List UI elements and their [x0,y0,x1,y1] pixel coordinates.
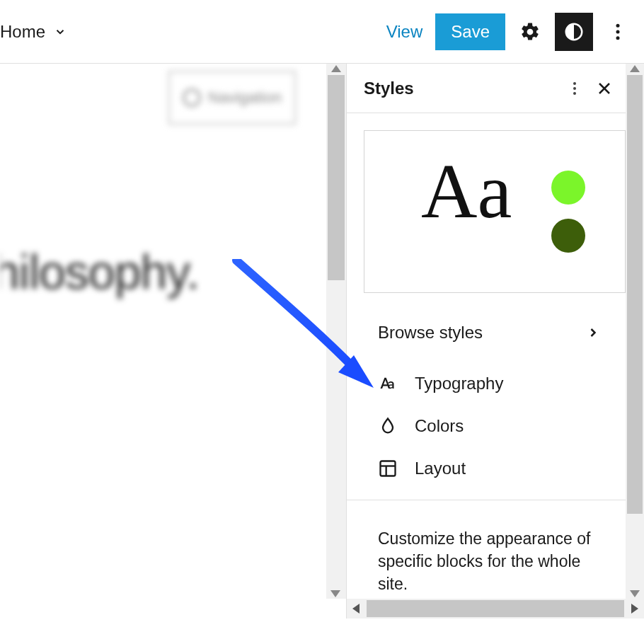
scroll-left-arrow[interactable] [347,599,365,619]
breadcrumb[interactable]: Home [0,22,67,42]
style-preview-card[interactable]: Aa [364,130,626,293]
top-toolbar: Home View Save [0,0,644,64]
canvas-scrollbar-vertical[interactable] [326,64,346,599]
layout-label: Layout [415,459,466,478]
close-icon[interactable] [596,80,613,97]
browse-styles-label: Browse styles [378,323,483,343]
svg-point-2 [616,36,620,40]
scroll-h-thumb[interactable] [367,600,624,617]
layout-icon [378,459,398,478]
panel-scrollbar-vertical[interactable] [626,64,644,599]
styles-more-icon[interactable] [566,80,583,97]
save-button[interactable]: Save [435,13,505,50]
editor-canvas[interactable]: Navigation hilosophy. [0,64,347,619]
browse-styles-row[interactable]: Browse styles [347,303,626,362]
styles-panel-title: Styles [364,79,414,98]
svg-point-4 [573,87,576,90]
scroll-right-arrow[interactable] [626,599,644,619]
panel-scrollbar-horizontal[interactable] [347,599,644,619]
contrast-icon [563,21,585,42]
typography-label: Typography [415,374,503,393]
svg-point-5 [573,92,576,95]
compass-icon [183,88,201,107]
typography-row[interactable]: Typography [347,362,626,405]
more-options-button[interactable] [599,13,637,51]
svg-point-1 [616,30,620,33]
svg-point-0 [616,23,620,27]
svg-point-3 [573,82,576,85]
gear-icon [519,21,541,42]
canvas-content: Navigation hilosophy. [0,64,326,599]
settings-button[interactable] [511,13,549,51]
view-link[interactable]: View [379,16,430,47]
styles-panel-wrap: Styles Aa Browse styles Typography [347,64,644,619]
colors-row[interactable]: Colors [347,405,626,447]
main-area: Navigation hilosophy. Styles Aa Browse s… [0,64,644,619]
styles-panel: Styles Aa Browse styles Typography [347,64,626,599]
toolbar-actions: View Save [379,13,637,51]
breadcrumb-home-label: Home [0,22,45,42]
style-preview-swatch-primary [551,171,585,205]
style-preview-swatch-secondary [551,219,585,253]
svg-rect-8 [381,461,396,476]
panel-divider [347,500,626,500]
canvas-heading-fragment: hilosophy. [0,244,199,299]
blocks-description: Customize the appearance of specific blo… [347,510,626,599]
styles-toggle-button[interactable] [555,13,593,51]
droplet-icon [378,416,398,436]
more-vertical-icon [607,21,628,42]
chevron-right-icon [586,326,600,340]
navigation-block-placeholder: Navigation [168,71,296,125]
typography-icon [378,374,398,393]
chevron-down-icon [54,25,67,38]
navigation-block-label: Navigation [208,88,282,107]
layout-row[interactable]: Layout [347,447,626,490]
colors-label: Colors [415,416,464,436]
style-preview-typography: Aa [421,152,512,230]
styles-panel-header: Styles [347,64,626,113]
